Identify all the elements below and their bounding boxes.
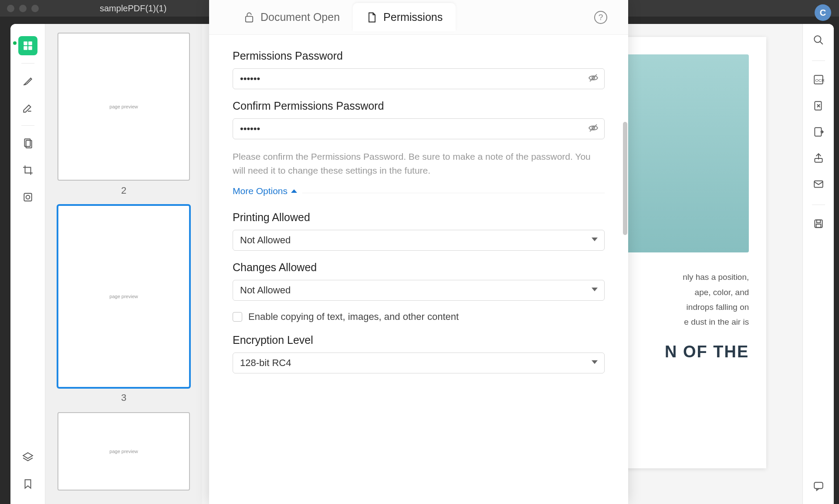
confirm-help-text: Please confirm the Permissions Password.… <box>233 150 605 177</box>
caret-up-icon <box>291 189 297 193</box>
tab-permissions[interactable]: Permissions <box>353 3 456 31</box>
scrollbar-thumb[interactable] <box>623 122 627 235</box>
svg-rect-3 <box>28 46 32 50</box>
annotate-tool[interactable] <box>18 98 37 118</box>
confirm-password-label: Confirm Permissions Password <box>233 100 605 112</box>
encryption-level-select[interactable]: 128-bit RC4 <box>233 353 605 373</box>
page-thumbnail[interactable]: page preview <box>58 205 190 388</box>
avatar[interactable]: C <box>815 4 831 21</box>
minimize-window-button[interactable] <box>19 5 27 12</box>
divider <box>302 193 605 193</box>
search-icon[interactable] <box>813 34 824 47</box>
status-dot-icon <box>13 41 17 45</box>
divider <box>812 60 825 61</box>
page-thumbnail[interactable]: page preview <box>58 412 190 491</box>
maximize-window-button[interactable] <box>31 5 39 12</box>
save-icon[interactable] <box>813 218 824 231</box>
ocr-icon[interactable]: OCR <box>813 74 824 87</box>
svg-rect-12 <box>815 128 821 136</box>
changes-allowed-label: Changes Allowed <box>233 261 605 274</box>
thumbnails-tool[interactable] <box>18 36 37 55</box>
thumbnail-page-number: 2 <box>58 185 190 196</box>
document-icon <box>366 11 378 24</box>
permissions-password-label: Permissions Password <box>233 50 605 62</box>
divider <box>21 63 34 64</box>
convert-icon[interactable] <box>813 100 824 113</box>
help-button[interactable]: ? <box>594 11 607 24</box>
right-tool-rail: OCR <box>802 24 834 504</box>
stamp-tool[interactable] <box>18 188 37 207</box>
svg-rect-17 <box>816 224 821 228</box>
crop-tool[interactable] <box>18 161 37 180</box>
page-thumbnail[interactable]: page preview <box>58 33 190 181</box>
traffic-lights <box>7 5 39 12</box>
bookmark-tool[interactable] <box>18 474 37 494</box>
left-tool-rail <box>10 24 45 504</box>
printing-allowed-label: Printing Allowed <box>233 211 605 224</box>
tab-document-open[interactable]: Document Open <box>230 3 353 31</box>
svg-text:OCR: OCR <box>815 78 824 83</box>
divider <box>21 125 34 126</box>
enable-copying-label: Enable copying of text, images, and othe… <box>248 311 459 323</box>
svg-rect-19 <box>246 16 253 22</box>
share-icon[interactable] <box>813 152 824 165</box>
scrollbar-track <box>622 44 627 183</box>
tab-label: Permissions <box>383 11 443 24</box>
svg-rect-18 <box>814 482 823 488</box>
modal-body: Permissions Password Confirm Permissions… <box>209 35 628 504</box>
close-window-button[interactable] <box>7 5 14 12</box>
tab-label: Document Open <box>260 11 340 24</box>
svg-point-8 <box>814 36 821 42</box>
printing-allowed-select[interactable]: Not Allowed <box>233 230 605 251</box>
modal-tab-bar: Document Open Permissions ? <box>209 0 628 35</box>
comment-icon[interactable] <box>813 480 824 494</box>
encryption-level-label: Encryption Level <box>233 334 605 346</box>
layers-tool[interactable] <box>18 447 37 467</box>
security-modal: Document Open Permissions ? Permissions … <box>209 0 628 504</box>
svg-rect-1 <box>28 41 32 45</box>
enable-copying-checkbox[interactable] <box>233 312 242 322</box>
divider <box>812 205 825 205</box>
changes-allowed-select[interactable]: Not Allowed <box>233 280 605 301</box>
thumbnail-page-number: 3 <box>58 392 190 403</box>
permissions-password-input[interactable] <box>233 68 605 89</box>
svg-point-7 <box>26 195 30 199</box>
toggle-visibility-icon[interactable] <box>588 73 599 85</box>
svg-rect-0 <box>24 41 27 45</box>
window-title: samplePDF(1)(1) <box>100 3 166 13</box>
confirm-password-input[interactable] <box>233 118 605 139</box>
toggle-visibility-icon[interactable] <box>588 123 599 135</box>
highlight-tool[interactable] <box>18 71 37 91</box>
page-tool[interactable] <box>18 134 37 153</box>
svg-rect-2 <box>24 46 27 50</box>
svg-rect-6 <box>24 193 31 201</box>
svg-rect-16 <box>816 220 820 223</box>
thumbnail-panel: page preview 2 page preview 3 page previ… <box>45 24 202 504</box>
lock-open-icon <box>243 11 255 24</box>
mail-icon[interactable] <box>813 178 824 192</box>
export-icon[interactable] <box>813 126 824 139</box>
more-options-label: More Options <box>233 186 288 196</box>
more-options-toggle[interactable]: More Options <box>233 186 297 196</box>
